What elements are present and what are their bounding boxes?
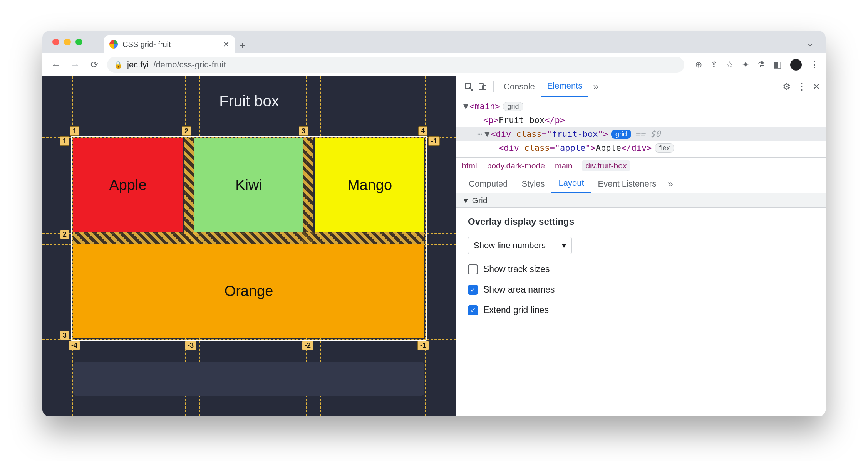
line-label: 2 [182,126,191,136]
toolbar-right-icons: ⊕ ⇪ ☆ ✦ ⚗ ◧ ⋮ [695,59,819,71]
tab-strip: CSS grid- fruit ✕ + ⌄ [42,31,826,53]
line-label: 2 [60,230,69,239]
styles-sub-tabs: Computed Styles Layout Event Listeners » [456,174,826,193]
grid-section-header[interactable]: ▼ Grid [456,193,826,208]
chevron-down-icon[interactable]: ⌄ [806,38,814,49]
traffic-lights [52,39,82,45]
content-split: Fruit box Apple Kiwi Mango Orange 1 2 3 … [42,76,826,416]
dom-node-apple[interactable]: <div class="apple">Apple</div> flex [456,141,826,155]
labs-icon[interactable]: ⚗ [757,60,765,70]
forward-button[interactable]: → [69,58,82,71]
close-tab-icon[interactable]: ✕ [223,40,230,49]
subtab-computed[interactable]: Computed [462,174,515,193]
grid-cells: Apple Kiwi Mango Orange [73,138,424,338]
extensions-icon[interactable]: ✦ [742,60,749,70]
tabs-overflow-icon[interactable]: » [588,81,603,92]
subtab-styles[interactable]: Styles [515,174,552,193]
inspect-element-icon[interactable] [462,80,476,94]
cell-orange: Orange [73,244,424,338]
breadcrumb-item[interactable]: body.dark-mode [487,161,545,170]
subtabs-overflow-icon[interactable]: » [663,178,677,189]
window-zoom-button[interactable] [75,39,82,45]
line-label-mode-select[interactable]: Show line numbers ▾ [468,237,572,254]
line-label: -2 [302,341,313,350]
breadcrumb-item-selected[interactable]: div.fruit-box [582,160,630,171]
line-label: 4 [418,126,427,136]
subtab-event-listeners[interactable]: Event Listeners [591,174,664,193]
grid-badge-active[interactable]: grid [611,130,631,139]
favicon-icon [109,40,118,49]
cell-kiwi: Kiwi [194,138,303,232]
browser-tab[interactable]: CSS grid- fruit ✕ [104,35,235,53]
page-viewport: Fruit box Apple Kiwi Mango Orange 1 2 3 … [42,76,456,416]
dom-node-main[interactable]: ▼<main>grid [456,99,826,113]
svg-rect-1 [479,84,484,90]
back-button[interactable]: ← [49,58,62,71]
new-tab-button[interactable]: + [235,38,250,53]
settings-gear-icon[interactable]: ⚙ [783,81,791,92]
checkbox-track-sizes[interactable]: Show track sizes [468,264,814,274]
kebab-menu-icon[interactable]: ⋮ [797,81,806,92]
browser-toolbar: ← → ⟳ 🔒 jec.fyi/demo/css-grid-fruit ⊕ ⇪ … [42,53,826,76]
lock-icon: 🔒 [114,61,122,69]
side-panel-icon[interactable]: ◧ [774,60,782,70]
tab-title: CSS grid- fruit [122,40,171,49]
browser-window: CSS grid- fruit ✕ + ⌄ ← → ⟳ 🔒 jec.fyi/de… [42,31,826,416]
line-label: 1 [70,126,79,136]
partial-card [73,362,424,396]
grid-badge[interactable]: grid [503,102,523,111]
line-label: 3 [60,331,69,340]
line-label: -3 [185,341,196,350]
line-label: 1 [60,136,69,146]
checkbox-checked-icon: ✓ [468,305,478,315]
page-title: Fruit box [42,93,456,110]
checkbox-checked-icon: ✓ [468,285,478,295]
devtools-tabs: Console Elements » ⚙ ⋮ ✕ [456,76,826,97]
checkbox-icon [468,264,478,274]
selected-node-marker: == $0 [635,127,660,141]
chevron-down-icon: ▾ [562,241,566,251]
dom-node-p[interactable]: <p>Fruit box</p> [456,113,826,127]
svg-rect-2 [483,85,486,90]
url-path: /demo/css-grid-fruit [153,60,226,70]
share-icon[interactable]: ⇪ [710,60,717,70]
url-domain: jec.fyi [127,60,149,70]
window-minimize-button[interactable] [64,39,71,45]
tab-console[interactable]: Console [498,76,541,97]
flex-badge[interactable]: flex [655,143,674,153]
grid-demo: Apple Kiwi Mango Orange 1 2 3 4 1 2 3 -1… [73,138,424,338]
window-close-button[interactable] [52,39,59,45]
separator [493,81,494,92]
caret-down-icon: ▼ [462,196,470,205]
line-label: -1 [428,136,440,146]
dom-node-fruit-box[interactable]: ⋯ ▼<div class="fruit-box"> grid == $0 [456,127,826,141]
reload-button[interactable]: ⟳ [88,58,101,71]
address-bar[interactable]: 🔒 jec.fyi/demo/css-grid-fruit [107,57,684,73]
breadcrumb-item[interactable]: html [462,161,477,170]
overlay-settings-heading: Overlay display settings [468,216,814,227]
line-label: -4 [69,341,80,350]
checkbox-extend-lines[interactable]: ✓ Extend grid lines [468,305,814,315]
cell-mango: Mango [315,138,424,232]
checkbox-area-names[interactable]: ✓ Show area names [468,284,814,295]
ellipsis-icon[interactable]: ⋯ [475,127,484,141]
line-label: -1 [417,341,429,350]
layout-grid-panel: Overlay display settings Show line numbe… [456,208,826,324]
zoom-icon[interactable]: ⊕ [695,60,702,70]
line-label: 3 [299,126,308,136]
dom-breadcrumb: html body.dark-mode main div.fruit-box [456,157,826,174]
cell-apple: Apple [73,138,183,232]
close-devtools-icon[interactable]: ✕ [813,81,820,92]
menu-icon[interactable]: ⋮ [810,60,819,70]
tab-elements[interactable]: Elements [541,76,589,97]
profile-avatar[interactable] [790,59,802,71]
bookmark-icon[interactable]: ☆ [726,60,734,70]
dom-tree[interactable]: ▼<main>grid <p>Fruit box</p> ⋯ ▼<div cla… [456,97,826,157]
devtools-panel: Console Elements » ⚙ ⋮ ✕ ▼<main>grid <p>… [456,76,826,416]
breadcrumb-item[interactable]: main [555,161,573,170]
subtab-layout[interactable]: Layout [551,174,591,193]
device-toolbar-icon[interactable] [476,80,489,94]
